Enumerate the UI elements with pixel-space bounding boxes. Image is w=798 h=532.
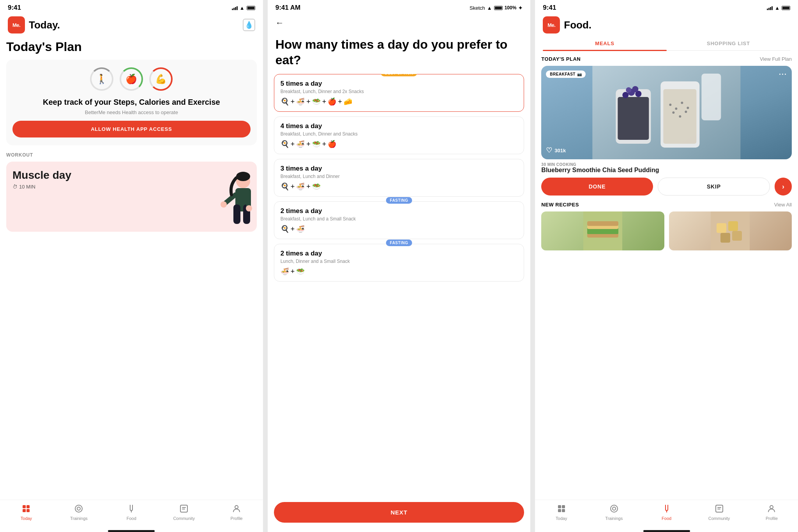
svg-rect-44 <box>717 223 726 233</box>
allow-health-access-button[interactable]: ALLOW HEALTH APP ACCESS <box>12 121 251 137</box>
nav-label-trainings-s3: Trainings <box>605 516 623 521</box>
svg-rect-2 <box>233 204 240 224</box>
s1-main-content: Today's Plan 🚶 🍎 💪 Keep track of your St… <box>0 37 263 500</box>
view-all-link[interactable]: View All <box>774 202 792 208</box>
food-icon-s1 <box>127 504 136 515</box>
recipe-thumb-2[interactable] <box>669 211 792 250</box>
skip-button[interactable]: SKIP <box>658 178 770 196</box>
nav-community-s1[interactable]: Community <box>172 504 196 521</box>
more-options-icon[interactable]: ··· <box>779 70 787 79</box>
svg-rect-47 <box>732 231 742 241</box>
new-recipes-row: NEW RECIPES View All <box>541 202 792 208</box>
workout-figure <box>202 169 257 232</box>
nav-community-s3[interactable]: Community <box>708 504 731 521</box>
status-bar-s1: 9:41 ▲ <box>0 0 263 13</box>
fasting-badge-a: FASTING <box>386 197 412 204</box>
svg-point-8 <box>236 172 250 181</box>
nav-food-s3[interactable]: Food <box>655 504 678 521</box>
profile-icon-s3 <box>767 504 776 515</box>
meal-option-4x[interactable]: 4 times a day Breakfast, Lunch, Dinner a… <box>274 116 524 154</box>
done-button[interactable]: DONE <box>541 178 653 196</box>
battery-pct: 100% <box>505 5 517 11</box>
status-time-s1: 9:41 <box>8 4 21 12</box>
like-count: 301k <box>554 148 566 153</box>
meal-option-3x[interactable]: 3 times a day Breakfast, Lunch and Dinne… <box>274 159 524 197</box>
breakfast-badge: BREAKFAST 📷 <box>546 70 586 78</box>
meal-option-2x-a[interactable]: FASTING 2 times a day Breakfast, Lunch a… <box>274 201 524 239</box>
nav-profile-s3[interactable]: Profile <box>760 504 783 521</box>
svg-point-23 <box>623 92 629 98</box>
header-title-s3: Food. <box>564 19 790 31</box>
meal-option-3x-sub: Breakfast, Lunch and Dinner <box>281 174 518 179</box>
svg-rect-10 <box>26 505 30 508</box>
salad-icon-3: 🥗 <box>312 182 321 191</box>
status-time-s2: 9:41 AM <box>275 4 301 12</box>
status-bar-s2: 9:41 AM Sketch ▲ 100% ✦ <box>268 0 531 13</box>
water-icon[interactable]: 💧 <box>243 19 255 31</box>
svg-point-7 <box>246 205 252 211</box>
meal-option-2x-b-sub: Lunch, Dinner and a Small Snack <box>281 259 518 264</box>
meal-option-4x-title: 4 times a day <box>281 122 518 130</box>
bluetooth-icon: ✦ <box>518 5 523 11</box>
nav-label-community-s3: Community <box>708 516 730 521</box>
meal-option-5x[interactable]: BEST OPTION 5 times a day Breakfast, Lun… <box>274 74 524 112</box>
nav-today-s1[interactable]: Today <box>14 504 38 521</box>
svg-point-14 <box>77 507 80 510</box>
svg-point-58 <box>770 506 773 509</box>
nav-trainings-s1[interactable]: Trainings <box>67 504 90 521</box>
meal-option-2x-b[interactable]: FASTING 2 times a day Lunch, Dinner and … <box>274 244 524 282</box>
egg-icon-4: 🍳 <box>281 140 289 148</box>
status-time-s3: 9:41 <box>543 4 556 12</box>
logo-badge-s3: Me. <box>543 16 560 33</box>
soup-icon-4: 🍜 <box>296 140 305 148</box>
exercise-circle: 💪 <box>149 67 173 91</box>
meal-option-5x-emojis: 🍳 + 🍜 + 🥗 + 🍎 + 🧀 <box>281 97 518 106</box>
recipe-thumb-1[interactable] <box>541 211 664 250</box>
next-button[interactable]: NEXT <box>274 502 524 523</box>
wifi-icon-s1: ▲ <box>240 5 245 11</box>
more-button[interactable]: › <box>775 178 792 196</box>
today-plan-row: TODAY'S PLAN View Full Plan <box>541 56 792 62</box>
meal-option-5x-sub: Breakfast, Lunch, Dinner and 2x Snacks <box>281 89 518 94</box>
svg-point-52 <box>611 505 618 512</box>
svg-rect-45 <box>728 221 738 231</box>
logo-badge-s1: Me. <box>8 16 25 33</box>
meal-name: Blueberry Smoothie Chia Seed Pudding <box>541 167 792 174</box>
meal-option-2x-a-sub: Breakfast, Lunch and a Small Snack <box>281 216 518 222</box>
food-icon-s3 <box>662 504 671 515</box>
workout-card[interactable]: Muscle day ⏱ 10 MIN <box>6 162 257 232</box>
back-button[interactable]: ← <box>275 18 284 28</box>
nav-food-s1[interactable]: Food <box>120 504 143 521</box>
screen-food: 9:41 ▲ Me. Food. MEALS SHOPPING LIST <box>535 0 798 532</box>
tab-shopping-list[interactable]: SHOPPING LIST <box>667 37 790 50</box>
nav-trainings-s3[interactable]: Trainings <box>602 504 626 521</box>
nav-today-s3[interactable]: Today <box>550 504 573 521</box>
best-option-badge: BEST OPTION <box>381 74 417 76</box>
tab-meals[interactable]: MEALS <box>543 37 666 50</box>
s2-nav-header: ← <box>268 13 531 33</box>
svg-point-35 <box>679 115 681 118</box>
workout-title: Muscle day <box>12 169 71 181</box>
soup-icon-3: 🍜 <box>296 182 305 191</box>
meal-option-2x-b-emojis: 🍜 + 🥗 <box>281 267 518 276</box>
trainings-icon-s1 <box>74 504 83 515</box>
app-name-s2: Sketch <box>470 5 485 11</box>
nav-label-profile-s3: Profile <box>766 516 778 521</box>
nav-profile-s1[interactable]: Profile <box>225 504 248 521</box>
nav-label-profile-s1: Profile <box>231 516 243 521</box>
breakfast-card[interactable]: BREAKFAST 📷 ··· ♡ 301k <box>541 66 792 159</box>
cheese-icon: 🧀 <box>344 97 352 106</box>
soup-icon-2a: 🍜 <box>296 225 305 233</box>
view-full-plan-link[interactable]: View Full Plan <box>760 56 792 62</box>
home-indicator-s1 <box>108 530 155 532</box>
trainings-icon-s3 <box>609 504 619 515</box>
svg-point-36 <box>685 111 687 113</box>
meal-option-4x-sub: Breakfast, Lunch, Dinner and Snacks <box>281 131 518 137</box>
app-header-s1: Me. Today. 💧 <box>0 13 263 37</box>
svg-point-19 <box>235 506 238 509</box>
nav-label-trainings-s1: Trainings <box>70 516 88 521</box>
meal-option-5x-title: 5 times a day <box>281 80 518 88</box>
apple-icon-4: 🍎 <box>328 140 336 148</box>
like-count-row: ♡ 301k <box>546 146 566 155</box>
svg-point-53 <box>613 507 616 510</box>
